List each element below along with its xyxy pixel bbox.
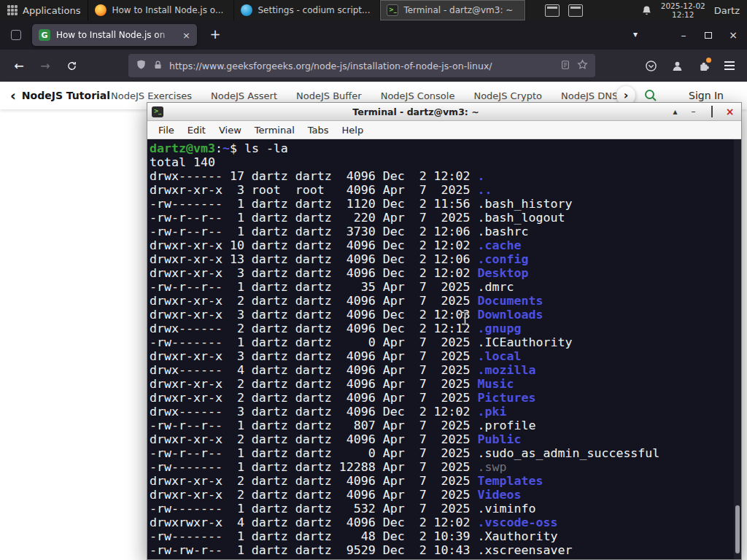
terminal-listing-row: drwxr-xr-x 10 dartz dartz 4096 Dec 2 12:… — [150, 238, 741, 252]
sitenav-link[interactable]: NodeJS Exercises — [111, 90, 192, 101]
terminal-icon: >_ — [387, 4, 398, 16]
listing-prefix: -rw------- 1 dartz dartz 0 Apr 7 2025 — [150, 335, 478, 349]
tutorial-link[interactable]: NodeJS Tutorial — [22, 90, 110, 101]
browser-tab[interactable]: G How to Install Node.js on × — [32, 24, 197, 46]
listing-prefix: drwxr-xr-x 2 dartz dartz 4096 Apr 7 2025 — [150, 488, 478, 502]
terminal-titlebar[interactable]: >_ Terminal - dartz@vm3: ~ ▴ – × — [147, 103, 741, 121]
taskbar-clock[interactable]: 2025-12-02 12:12 — [661, 1, 705, 19]
terminal-menu-view[interactable]: View — [212, 123, 248, 137]
terminal-minimize-button[interactable]: – — [686, 107, 700, 116]
terminal-command: ls -la — [244, 141, 288, 155]
listing-prefix: drwx------ 17 dartz dartz 4096 Dec 2 12:… — [150, 169, 478, 183]
sitenav-link[interactable]: NodeJS Buffer — [296, 90, 362, 101]
tab-close-button[interactable]: × — [182, 30, 190, 41]
listing-name: .dmrc — [478, 280, 514, 294]
prompt-colon: : — [215, 141, 222, 155]
sign-in-button[interactable]: Sign In — [689, 90, 724, 101]
terminal-menu-tabs[interactable]: Tabs — [301, 123, 336, 137]
listing-name: Public — [478, 432, 522, 446]
listing-name: . — [478, 169, 485, 183]
applications-menu-button[interactable]: Applications — [0, 0, 88, 20]
back-button[interactable]: ← — [9, 55, 29, 76]
listing-name: .bash_logout — [478, 211, 565, 225]
account-button[interactable] — [667, 55, 687, 76]
listing-name: .mozilla — [478, 363, 536, 377]
terminal-scrollbar[interactable] — [734, 139, 741, 559]
prompt-dollar: $ — [230, 141, 244, 155]
taskbar-window-terminal[interactable]: >_Terminal - dartz@vm3: ~ — [380, 0, 526, 20]
sitenav-link[interactable]: NodeJS Assert — [211, 90, 277, 101]
sitenav-link[interactable]: NodeJS DNS — [561, 90, 618, 101]
listing-prefix: drwxr-xr-x 10 dartz dartz 4096 Dec 2 12:… — [150, 238, 478, 252]
listing-name: .swp — [478, 460, 507, 474]
taskbar-right: 2025-12-02 12:12 Dartz — [641, 1, 747, 19]
listing-prefix: drwx------ 3 dartz dartz 4096 Dec 2 12:0… — [150, 405, 478, 419]
terminal-menu-help[interactable]: Help — [336, 123, 371, 137]
taskbar-window-firefox[interactable]: How to Install Node.js o... — [88, 0, 234, 20]
listing-prefix: drwxr-xr-x 2 dartz dartz 4096 Apr 7 2025 — [150, 432, 478, 446]
sitenav-link[interactable]: NodeJS Crypto — [473, 90, 542, 101]
chevron-left-icon[interactable]: ‹ — [10, 89, 16, 103]
url-bar[interactable]: https://www.geeksforgeeks.org/node-js/in… — [128, 54, 595, 77]
terminal-window: >_ Terminal - dartz@vm3: ~ ▴ – × FileEdi… — [147, 102, 742, 560]
taskbar-window-codium[interactable]: Settings - codium script... — [234, 0, 380, 20]
window-maximize-button[interactable] — [697, 25, 719, 45]
firefox-icon — [95, 4, 107, 16]
listing-name: Music — [478, 377, 514, 391]
listing-name: .xscreensaver — [478, 543, 573, 557]
prompt-user: dartz@vm3 — [150, 141, 215, 155]
terminal-maximize-button[interactable] — [705, 107, 719, 116]
window-tray-icon[interactable] — [568, 4, 583, 17]
terminal-menu-terminal[interactable]: Terminal — [248, 123, 301, 137]
window-minimize-button[interactable]: – — [673, 25, 694, 45]
listing-name: .bash_history — [478, 197, 573, 211]
taskbar-window-title: Terminal - dartz@vm3: ~ — [403, 5, 513, 15]
listing-prefix: drwxr-xr-x 2 dartz dartz 4096 Apr 7 2025 — [150, 294, 478, 308]
terminal-shade-button[interactable]: ▴ — [668, 107, 682, 116]
listing-prefix: drwxr-xr-x 3 root root 4096 Apr 7 2025 — [150, 183, 478, 197]
applications-label: Applications — [23, 5, 80, 16]
terminal-menubar: FileEditViewTerminalTabsHelp — [147, 121, 741, 139]
terminal-scrollbar-thumb[interactable] — [735, 505, 740, 553]
terminal-body[interactable]: dartz@vm3:~$ ls -la total 140 drwx------… — [147, 139, 741, 559]
listing-prefix: -rw------- 1 dartz dartz 1120 Dec 2 11:5… — [150, 197, 478, 211]
terminal-listing-row: drwxr-xr-x 2 dartz dartz 4096 Apr 7 2025… — [150, 488, 741, 502]
reload-button[interactable] — [61, 55, 82, 76]
reader-mode-icon[interactable] — [560, 59, 570, 73]
lock-icon[interactable] — [153, 59, 163, 73]
listing-name: .bashrc — [478, 225, 529, 238]
bookmark-star-icon[interactable] — [577, 59, 588, 73]
terminal-listing-row: -rw------- 1 dartz dartz 1120 Dec 2 11:5… — [150, 197, 741, 211]
extensions-button[interactable] — [693, 55, 713, 76]
menu-button[interactable] — [719, 55, 740, 76]
listing-prefix: drwxr-xr-x 2 dartz dartz 4096 Apr 7 2025 — [150, 474, 478, 488]
terminal-menu-edit[interactable]: Edit — [181, 123, 212, 137]
hamburger-icon — [724, 65, 735, 66]
sitenav-link[interactable]: NodeJS Console — [381, 90, 455, 101]
terminal-total-line: total 140 — [150, 155, 741, 169]
listing-prefix: -rw-r--r-- 1 dartz dartz 3730 Dec 2 12:0… — [150, 225, 478, 238]
search-icon[interactable] — [643, 88, 658, 103]
terminal-listing-row: -rw-r--r-- 1 dartz dartz 0 Apr 7 2025 .s… — [150, 446, 741, 460]
forward-button[interactable]: → — [35, 55, 55, 76]
codium-icon — [241, 4, 252, 16]
display-tray-icon[interactable] — [545, 4, 560, 17]
listing-name: Templates — [478, 474, 543, 488]
tab-list-button[interactable]: ▾ — [633, 29, 638, 39]
terminal-menu-file[interactable]: File — [152, 123, 181, 137]
taskbar-user[interactable]: Dartz — [714, 5, 740, 16]
tracking-shield-icon[interactable] — [136, 59, 147, 73]
firefox-view-icon[interactable] — [9, 28, 23, 42]
maximize-icon — [705, 32, 712, 39]
notification-bell-icon[interactable] — [641, 5, 652, 16]
system-tray — [545, 4, 583, 17]
listing-name: Downloads — [478, 308, 543, 322]
listing-prefix: -rw-rw-r-- 1 dartz dartz 9529 Dec 2 10:4… — [150, 543, 478, 557]
pocket-button[interactable] — [640, 55, 661, 76]
browser-toolbar: ← → https://www.geeksforgeeks.org/node-j… — [0, 50, 747, 82]
listing-prefix: -rw------- 1 dartz dartz 532 Apr 7 2025 — [150, 502, 478, 516]
new-tab-button[interactable]: + — [207, 26, 223, 44]
window-close-button[interactable]: × — [722, 25, 744, 45]
terminal-listing-row: drwxr-xr-x 3 dartz dartz 4096 Dec 2 12:0… — [150, 308, 741, 322]
terminal-close-button[interactable]: × — [723, 106, 737, 117]
